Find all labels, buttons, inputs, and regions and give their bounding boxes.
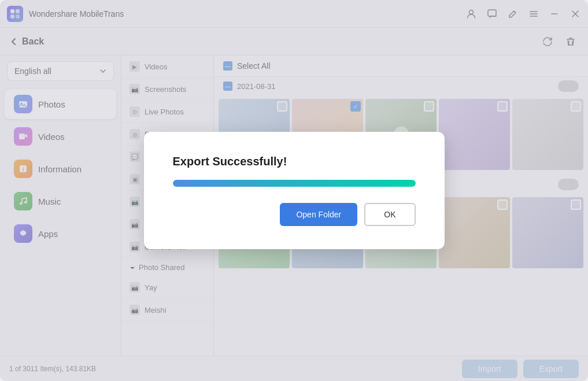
app-window: Wondershare MobileTrans — [0, 0, 588, 381]
modal-overlay: Export Successfully! Open Folder OK — [0, 0, 588, 381]
progress-bar-container — [173, 180, 416, 187]
modal-buttons: Open Folder OK — [280, 203, 415, 226]
modal-dialog: Export Successfully! Open Folder OK — [144, 132, 445, 249]
ok-button[interactable]: OK — [364, 203, 415, 226]
progress-bar-fill — [173, 180, 416, 187]
modal-title: Export Successfully! — [173, 155, 287, 168]
open-folder-button[interactable]: Open Folder — [280, 203, 357, 226]
